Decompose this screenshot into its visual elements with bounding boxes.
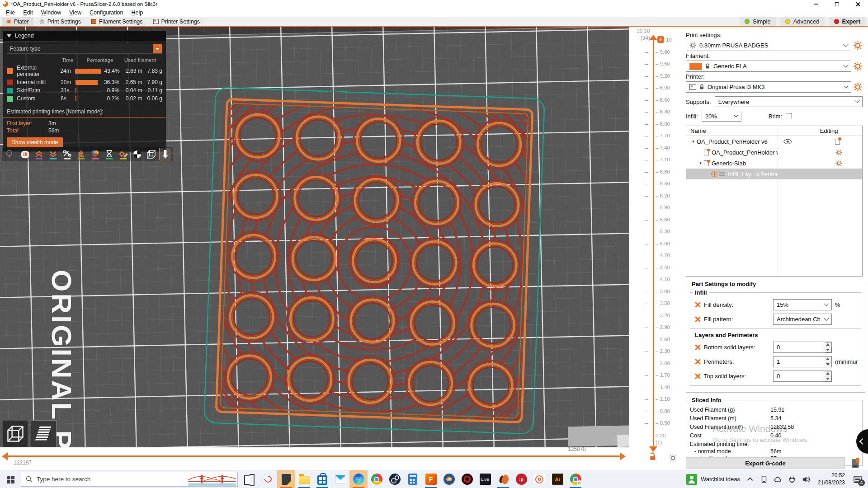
hslider-track[interactable] [7,455,620,457]
target-icon[interactable] [530,470,548,488]
edit-gear-icon[interactable] [835,149,842,156]
export-gcode-button[interactable]: Export G-code [686,457,845,469]
chrome-profile-icon[interactable]: o [566,470,585,488]
brim-checkbox[interactable] [786,113,792,119]
chrome-icon[interactable] [368,470,386,488]
menu-item-view[interactable]: View [65,9,85,17]
pocket-icon[interactable]: :p [512,470,530,488]
slider-settings-gear-icon[interactable] [669,454,677,462]
tab-print-settings[interactable]: Print Settings [35,17,85,26]
tree-row[interactable]: ▼OA_Product_PenHolder v6 [686,136,862,147]
tree-row[interactable]: ▼Generic-Slab [686,158,862,169]
seams-icon[interactable] [61,148,73,160]
remove-setting-icon[interactable] [694,301,701,308]
add-settings-icon[interactable] [835,139,840,145]
tree-row[interactable]: Infill; Lay...d Perimeters [686,169,862,179]
viewport-3d[interactable]: ORIGINAL P Legend Feature type Time Perc… [0,27,629,447]
illustrator-icon[interactable]: Ai [548,470,566,488]
travels-icon[interactable] [3,148,15,160]
remove-setting-icon[interactable] [694,373,701,380]
chevron-down-icon[interactable]: ▼ [690,140,697,144]
pause-prints-icon[interactable] [103,148,115,160]
clock[interactable]: 20:52 21/08/2023 [818,472,845,486]
mail-icon[interactable] [331,470,349,488]
add-layer-marker-icon[interactable]: + [657,36,664,43]
volume-icon[interactable] [802,475,810,483]
perimeters-input[interactable]: 1 [773,356,832,367]
hslider-right-handle[interactable] [620,452,626,460]
fusion-icon[interactable]: F [422,470,440,488]
remove-setting-icon[interactable] [694,344,701,351]
live-icon[interactable]: Live [476,470,494,488]
remove-setting-icon[interactable] [694,316,701,323]
start-button[interactable] [0,470,21,488]
close-button[interactable] [847,0,868,8]
color-changes-icon[interactable] [89,148,101,160]
store-icon[interactable] [313,470,331,488]
eye-icon[interactable] [783,139,792,145]
spinner-arrows[interactable] [824,342,831,352]
plug-icon[interactable] [788,475,796,483]
prusaslicer-icon[interactable] [494,470,512,488]
layer-slider-track[interactable] [653,40,654,447]
preview-view-thumbnail[interactable] [31,420,57,447]
editor-view-thumbnail[interactable] [2,420,28,447]
show-stealth-mode-button[interactable]: Show stealth mode [7,137,63,147]
dropdown-arrow-icon[interactable] [153,44,162,53]
calculator-icon[interactable] [404,470,422,488]
blender-icon[interactable] [440,470,458,488]
file-explorer-icon[interactable] [295,470,313,488]
chevron-down-icon[interactable]: ▼ [697,161,704,165]
retractions-icon[interactable] [33,148,45,160]
task-view-button[interactable] [244,474,255,484]
custom-gcodes-icon[interactable] [117,148,129,160]
mode-expert-button[interactable]: Expert [829,17,865,26]
watchlist-tray-item[interactable]: Watchlist ideas [686,474,740,485]
cloud-icon[interactable] [774,475,782,483]
print-settings-combo[interactable]: 0.30mm PRUSA BADGES [686,40,851,51]
tree-row[interactable]: OA_Product_PenHolder v5 [686,147,862,158]
remove-setting-icon[interactable] [694,358,701,365]
spinner-arrows[interactable] [824,371,831,381]
legend-header[interactable]: Legend [3,31,166,41]
device-icon[interactable] [760,475,768,483]
minimize-button[interactable] [806,0,826,8]
fill-pattern-combo[interactable]: Archimedean Ch [773,314,832,325]
layer-slider[interactable]: 10.10 (34) + 10 0.20 (1) – 9.80– 9.50– 9… [629,27,680,470]
print-settings-gear-button[interactable] [853,41,863,50]
mode-advanced-button[interactable]: Advanced [780,17,825,26]
menu-item-edit[interactable]: Edit [19,9,37,17]
shells-icon[interactable] [131,148,143,160]
edit-gear-icon[interactable] [835,160,842,167]
unlock-icon[interactable] [648,452,657,461]
feature-type-dropdown[interactable]: Feature type [7,44,162,54]
maximize-button[interactable] [826,0,847,8]
snip-icon[interactable] [259,470,277,488]
sd-card-icon[interactable] [848,457,863,469]
layer-slider-bottom-handle[interactable] [649,446,657,452]
mode-simple-button[interactable]: Simple [740,17,776,26]
deretractions-icon[interactable] [47,148,59,160]
menu-item-help[interactable]: Help [127,9,147,17]
menu-item-file[interactable]: File [2,9,19,17]
layer-slider-top-handle[interactable] [649,35,657,40]
wipe-hand-icon[interactable] [19,148,31,160]
search-box[interactable]: Type here to search [21,472,238,487]
steam-icon[interactable] [386,470,404,488]
tool-changes-icon[interactable] [75,148,87,160]
notes-icon[interactable] [277,470,295,488]
edge-icon[interactable] [349,470,368,488]
filament-gear-button[interactable] [853,61,863,71]
tab-printer-settings[interactable]: Printer Settings [149,17,204,26]
tab-filament-settings[interactable]: Filament Settings [87,17,147,26]
fill-density-combo[interactable]: 15% [773,299,832,310]
supports-combo[interactable]: Everywhere [715,96,863,107]
bottom-solid-layers-input[interactable]: 0 [773,342,832,353]
filament-combo[interactable]: Generic PLA [686,61,851,72]
extruder-icon[interactable] [159,148,171,160]
menu-item-configuration[interactable]: Configuration [85,9,127,17]
printer-gear-button[interactable] [853,82,863,92]
chevron-up-icon[interactable] [746,475,754,483]
shield-icon[interactable] [458,470,476,488]
notifications-button[interactable]: 4 [851,472,864,487]
